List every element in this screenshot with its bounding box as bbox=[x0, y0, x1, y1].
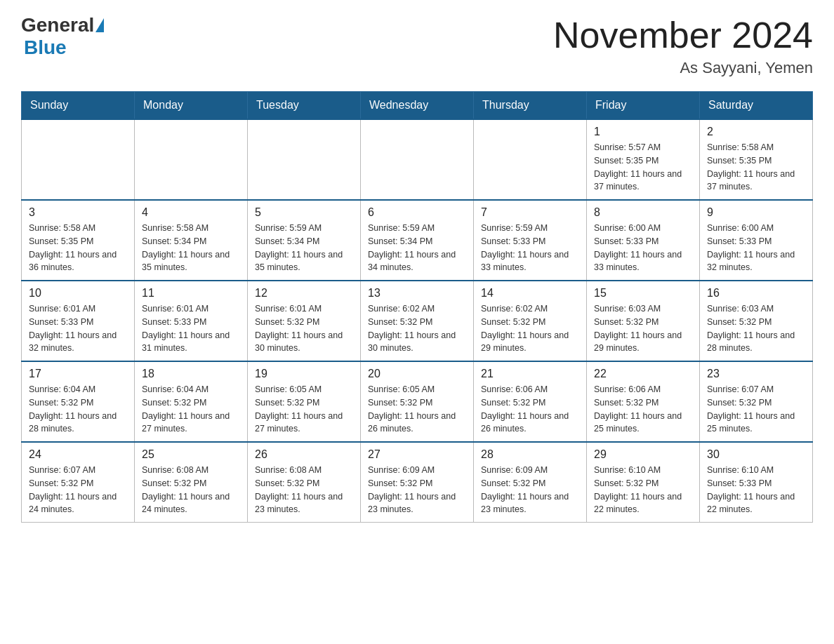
day-number: 7 bbox=[481, 206, 579, 219]
calendar-cell: 17Sunrise: 6:04 AM Sunset: 5:32 PM Dayli… bbox=[22, 361, 135, 442]
calendar-cell: 1Sunrise: 5:57 AM Sunset: 5:35 PM Daylig… bbox=[587, 119, 700, 200]
calendar-week-row: 24Sunrise: 6:07 AM Sunset: 5:32 PM Dayli… bbox=[22, 442, 813, 523]
col-header-thursday: Thursday bbox=[474, 92, 587, 120]
day-info: Sunrise: 6:01 AM Sunset: 5:33 PM Dayligh… bbox=[29, 302, 127, 355]
calendar-cell: 20Sunrise: 6:05 AM Sunset: 5:32 PM Dayli… bbox=[361, 361, 474, 442]
day-number: 22 bbox=[594, 368, 692, 380]
calendar-cell: 16Sunrise: 6:03 AM Sunset: 5:32 PM Dayli… bbox=[700, 281, 813, 361]
day-number: 19 bbox=[255, 368, 353, 380]
calendar-cell: 27Sunrise: 6:09 AM Sunset: 5:32 PM Dayli… bbox=[361, 442, 474, 523]
calendar-week-row: 3Sunrise: 5:58 AM Sunset: 5:35 PM Daylig… bbox=[22, 200, 813, 281]
calendar-cell: 15Sunrise: 6:03 AM Sunset: 5:32 PM Dayli… bbox=[587, 281, 700, 361]
page-header: General Blue November 2024 As Sayyani, Y… bbox=[21, 14, 813, 77]
calendar-week-row: 1Sunrise: 5:57 AM Sunset: 5:35 PM Daylig… bbox=[22, 119, 813, 200]
day-info: Sunrise: 6:04 AM Sunset: 5:32 PM Dayligh… bbox=[142, 383, 240, 436]
calendar-header-row: SundayMondayTuesdayWednesdayThursdayFrid… bbox=[22, 92, 813, 120]
day-number: 3 bbox=[29, 206, 127, 219]
col-header-monday: Monday bbox=[135, 92, 248, 120]
col-header-sunday: Sunday bbox=[22, 92, 135, 120]
day-number: 29 bbox=[594, 448, 692, 461]
calendar-cell: 12Sunrise: 6:01 AM Sunset: 5:32 PM Dayli… bbox=[248, 281, 361, 361]
calendar-cell: 4Sunrise: 5:58 AM Sunset: 5:34 PM Daylig… bbox=[135, 200, 248, 281]
calendar-cell: 6Sunrise: 5:59 AM Sunset: 5:34 PM Daylig… bbox=[361, 200, 474, 281]
day-number: 23 bbox=[707, 368, 805, 380]
calendar-cell bbox=[361, 119, 474, 200]
day-info: Sunrise: 6:05 AM Sunset: 5:32 PM Dayligh… bbox=[255, 383, 353, 436]
calendar-table: SundayMondayTuesdayWednesdayThursdayFrid… bbox=[21, 91, 813, 523]
day-info: Sunrise: 5:59 AM Sunset: 5:34 PM Dayligh… bbox=[368, 222, 466, 274]
col-header-friday: Friday bbox=[587, 92, 700, 120]
day-info: Sunrise: 6:00 AM Sunset: 5:33 PM Dayligh… bbox=[594, 222, 692, 274]
day-number: 30 bbox=[707, 448, 805, 461]
col-header-saturday: Saturday bbox=[700, 92, 813, 120]
day-info: Sunrise: 6:05 AM Sunset: 5:32 PM Dayligh… bbox=[368, 383, 466, 436]
calendar-cell: 23Sunrise: 6:07 AM Sunset: 5:32 PM Dayli… bbox=[700, 361, 813, 442]
month-title: November 2024 bbox=[553, 14, 813, 56]
calendar-cell: 2Sunrise: 5:58 AM Sunset: 5:35 PM Daylig… bbox=[700, 119, 813, 200]
day-info: Sunrise: 6:04 AM Sunset: 5:32 PM Dayligh… bbox=[29, 383, 127, 436]
day-number: 14 bbox=[481, 287, 579, 300]
calendar-cell: 10Sunrise: 6:01 AM Sunset: 5:33 PM Dayli… bbox=[22, 281, 135, 361]
day-number: 15 bbox=[594, 287, 692, 300]
calendar-cell: 29Sunrise: 6:10 AM Sunset: 5:32 PM Dayli… bbox=[587, 442, 700, 523]
day-number: 25 bbox=[142, 448, 240, 461]
day-info: Sunrise: 6:09 AM Sunset: 5:32 PM Dayligh… bbox=[368, 464, 466, 516]
day-info: Sunrise: 5:58 AM Sunset: 5:35 PM Dayligh… bbox=[707, 141, 805, 194]
day-info: Sunrise: 6:02 AM Sunset: 5:32 PM Dayligh… bbox=[481, 302, 579, 355]
calendar-cell: 7Sunrise: 5:59 AM Sunset: 5:33 PM Daylig… bbox=[474, 200, 587, 281]
day-info: Sunrise: 6:07 AM Sunset: 5:32 PM Dayligh… bbox=[29, 464, 127, 516]
calendar-cell: 8Sunrise: 6:00 AM Sunset: 5:33 PM Daylig… bbox=[587, 200, 700, 281]
day-number: 28 bbox=[481, 448, 579, 461]
day-info: Sunrise: 6:08 AM Sunset: 5:32 PM Dayligh… bbox=[255, 464, 353, 516]
calendar-week-row: 10Sunrise: 6:01 AM Sunset: 5:33 PM Dayli… bbox=[22, 281, 813, 361]
calendar-cell: 3Sunrise: 5:58 AM Sunset: 5:35 PM Daylig… bbox=[22, 200, 135, 281]
calendar-cell: 28Sunrise: 6:09 AM Sunset: 5:32 PM Dayli… bbox=[474, 442, 587, 523]
day-info: Sunrise: 5:58 AM Sunset: 5:35 PM Dayligh… bbox=[29, 222, 127, 274]
day-info: Sunrise: 6:10 AM Sunset: 5:33 PM Dayligh… bbox=[707, 464, 805, 516]
calendar-cell: 30Sunrise: 6:10 AM Sunset: 5:33 PM Dayli… bbox=[700, 442, 813, 523]
logo-text: General bbox=[21, 14, 104, 36]
day-info: Sunrise: 5:58 AM Sunset: 5:34 PM Dayligh… bbox=[142, 222, 240, 274]
calendar-cell: 14Sunrise: 6:02 AM Sunset: 5:32 PM Dayli… bbox=[474, 281, 587, 361]
title-area: November 2024 As Sayyani, Yemen bbox=[553, 14, 813, 77]
calendar-cell bbox=[474, 119, 587, 200]
calendar-week-row: 17Sunrise: 6:04 AM Sunset: 5:32 PM Dayli… bbox=[22, 361, 813, 442]
day-number: 10 bbox=[29, 287, 127, 300]
day-info: Sunrise: 6:02 AM Sunset: 5:32 PM Dayligh… bbox=[368, 302, 466, 355]
calendar-cell: 21Sunrise: 6:06 AM Sunset: 5:32 PM Dayli… bbox=[474, 361, 587, 442]
location: As Sayyani, Yemen bbox=[553, 59, 813, 77]
day-number: 2 bbox=[707, 126, 805, 138]
day-number: 20 bbox=[368, 368, 466, 380]
calendar-cell: 24Sunrise: 6:07 AM Sunset: 5:32 PM Dayli… bbox=[22, 442, 135, 523]
day-number: 27 bbox=[368, 448, 466, 461]
calendar-cell: 18Sunrise: 6:04 AM Sunset: 5:32 PM Dayli… bbox=[135, 361, 248, 442]
calendar-cell bbox=[248, 119, 361, 200]
day-number: 17 bbox=[29, 368, 127, 380]
calendar-cell: 19Sunrise: 6:05 AM Sunset: 5:32 PM Dayli… bbox=[248, 361, 361, 442]
col-header-tuesday: Tuesday bbox=[248, 92, 361, 120]
day-info: Sunrise: 6:01 AM Sunset: 5:32 PM Dayligh… bbox=[255, 302, 353, 355]
day-number: 9 bbox=[707, 206, 805, 219]
calendar-cell: 22Sunrise: 6:06 AM Sunset: 5:32 PM Dayli… bbox=[587, 361, 700, 442]
day-number: 12 bbox=[255, 287, 353, 300]
day-number: 11 bbox=[142, 287, 240, 300]
logo-general-text: General bbox=[21, 14, 94, 36]
day-number: 16 bbox=[707, 287, 805, 300]
day-number: 24 bbox=[29, 448, 127, 461]
day-number: 26 bbox=[255, 448, 353, 461]
calendar-cell: 13Sunrise: 6:02 AM Sunset: 5:32 PM Dayli… bbox=[361, 281, 474, 361]
day-number: 13 bbox=[368, 287, 466, 300]
day-info: Sunrise: 5:59 AM Sunset: 5:33 PM Dayligh… bbox=[481, 222, 579, 274]
day-info: Sunrise: 6:10 AM Sunset: 5:32 PM Dayligh… bbox=[594, 464, 692, 516]
calendar-cell: 5Sunrise: 5:59 AM Sunset: 5:34 PM Daylig… bbox=[248, 200, 361, 281]
day-number: 4 bbox=[142, 206, 240, 219]
day-info: Sunrise: 6:03 AM Sunset: 5:32 PM Dayligh… bbox=[594, 302, 692, 355]
day-number: 5 bbox=[255, 206, 353, 219]
day-info: Sunrise: 6:07 AM Sunset: 5:32 PM Dayligh… bbox=[707, 383, 805, 436]
day-number: 8 bbox=[594, 206, 692, 219]
calendar-cell: 9Sunrise: 6:00 AM Sunset: 5:33 PM Daylig… bbox=[700, 200, 813, 281]
logo-blue-text: Blue bbox=[24, 36, 67, 59]
day-number: 18 bbox=[142, 368, 240, 380]
day-info: Sunrise: 6:08 AM Sunset: 5:32 PM Dayligh… bbox=[142, 464, 240, 516]
day-info: Sunrise: 6:03 AM Sunset: 5:32 PM Dayligh… bbox=[707, 302, 805, 355]
